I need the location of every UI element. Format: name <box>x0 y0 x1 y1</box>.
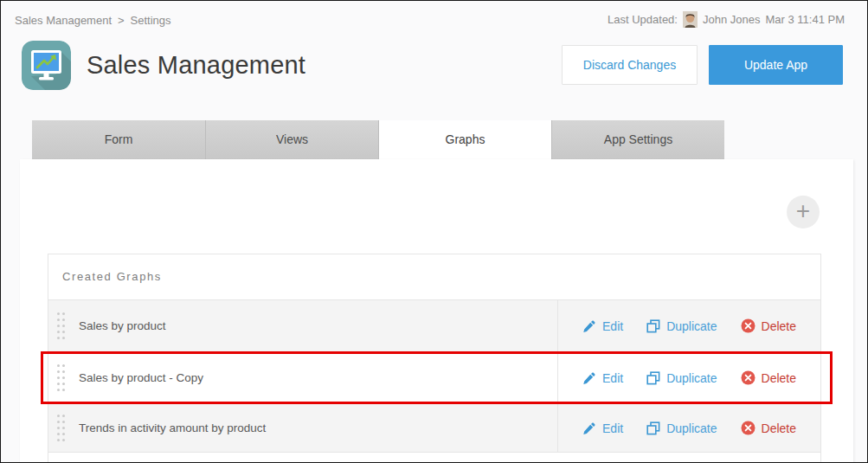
breadcrumb: Sales Management>Settings <box>15 14 177 27</box>
row-actions: Edit Duplicate Delete <box>557 352 820 403</box>
edit-button[interactable]: Edit <box>582 421 623 435</box>
graph-name: Trends in activity amount by product <box>79 421 266 434</box>
tab-app-settings[interactable]: App Settings <box>551 120 724 159</box>
pencil-icon <box>582 371 596 385</box>
table-row: Sales by product Edit Duplicate Delete <box>48 299 820 351</box>
graph-name: Sales by product - Copy <box>79 371 203 384</box>
tab-form[interactable]: Form <box>32 120 205 159</box>
breadcrumb-app-link[interactable]: Sales Management <box>15 14 112 27</box>
edit-button[interactable]: Edit <box>582 319 623 333</box>
plus-icon: + <box>796 197 810 224</box>
copy-icon <box>646 421 660 435</box>
table-row-highlighted: Sales by product - Copy Edit Duplicate D… <box>48 351 820 403</box>
tab-views[interactable]: Views <box>205 120 378 159</box>
edit-label: Edit <box>602 319 623 333</box>
x-circle-icon <box>741 421 755 435</box>
settings-tabbar: Form Views Graphs App Settings <box>32 120 724 159</box>
edit-label: Edit <box>602 371 623 385</box>
table-row: Trends in activity amount by product Edi… <box>48 403 820 452</box>
copy-icon <box>646 371 660 385</box>
user-avatar <box>683 11 698 28</box>
x-circle-icon <box>741 370 755 385</box>
duplicate-button[interactable]: Duplicate <box>646 371 717 385</box>
add-graph-button[interactable]: + <box>787 196 820 228</box>
duplicate-label: Duplicate <box>666 421 717 435</box>
last-updated-info: Last Updated: John Jones Mar 3 11:41 PM <box>608 11 845 28</box>
edit-label: Edit <box>602 421 623 435</box>
tab-graphs[interactable]: Graphs <box>378 120 551 159</box>
row-actions: Edit Duplicate Delete <box>557 300 820 351</box>
update-app-button[interactable]: Update App <box>709 45 843 85</box>
drag-handle-icon[interactable] <box>57 364 65 391</box>
pencil-icon <box>582 319 596 333</box>
duplicate-button[interactable]: Duplicate <box>646 319 717 333</box>
drag-handle-icon[interactable] <box>57 415 65 441</box>
table-row-partial <box>48 452 820 463</box>
delete-button[interactable]: Delete <box>741 318 796 333</box>
discard-changes-button[interactable]: Discard Changes <box>562 45 698 85</box>
duplicate-button[interactable]: Duplicate <box>646 421 717 435</box>
duplicate-label: Duplicate <box>666 319 717 333</box>
graph-name-cell: Trends in activity amount by product <box>48 404 557 452</box>
delete-label: Delete <box>762 319 796 333</box>
app-icon <box>22 41 71 90</box>
breadcrumb-separator: > <box>118 14 125 27</box>
graph-name-cell: Sales by product - Copy <box>48 352 557 403</box>
created-graphs-table: Created Graphs Sales by product Edit Dup… <box>48 254 821 463</box>
last-updated-user: John Jones <box>703 13 761 26</box>
graph-name-cell: Sales by product <box>48 300 557 351</box>
delete-button[interactable]: Delete <box>741 370 796 385</box>
last-updated-timestamp: Mar 3 11:41 PM <box>765 13 845 26</box>
duplicate-label: Duplicate <box>666 371 717 385</box>
last-updated-label: Last Updated: <box>608 13 678 26</box>
table-header: Created Graphs <box>48 254 820 299</box>
app-settings-screen: Sales Management>Settings Last Updated: … <box>0 0 868 463</box>
delete-label: Delete <box>762 421 796 435</box>
delete-label: Delete <box>762 371 796 385</box>
pencil-icon <box>582 421 596 435</box>
graph-name: Sales by product <box>79 319 166 332</box>
breadcrumb-current-page: Settings <box>131 14 171 27</box>
page-title: Sales Management <box>87 51 305 80</box>
x-circle-icon <box>741 318 755 333</box>
row-actions: Edit Duplicate Delete <box>557 404 820 452</box>
drag-handle-icon[interactable] <box>57 312 65 339</box>
table-header-label: Created Graphs <box>62 270 162 283</box>
edit-button[interactable]: Edit <box>582 371 623 385</box>
delete-button[interactable]: Delete <box>741 421 796 435</box>
copy-icon <box>646 319 660 333</box>
